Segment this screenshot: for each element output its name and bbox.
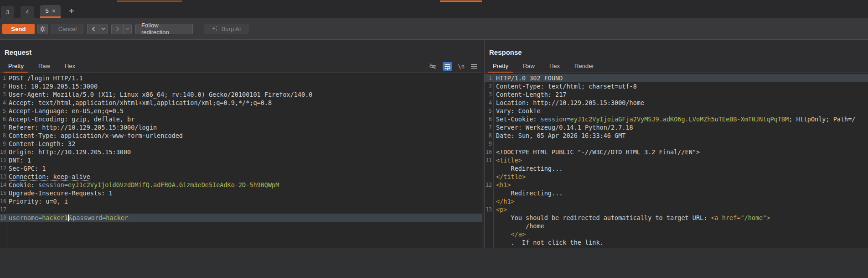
code-line[interactable]: 12Sec-GPC: 1 bbox=[0, 164, 482, 173]
code-line[interactable]: 11<title> bbox=[485, 156, 868, 164]
code-line[interactable]: 12<h1> bbox=[485, 181, 868, 189]
code-line[interactable]: 9Content-Length: 32 bbox=[0, 140, 482, 148]
hide-nonprintable-icon[interactable] bbox=[429, 63, 437, 70]
token: DNT: 1 bbox=[9, 157, 31, 164]
code-line[interactable]: You should be redirected automatically t… bbox=[485, 214, 868, 222]
code-line[interactable]: 6Set-Cookie: session=eyJ1c2VyIjoiaGFja2V… bbox=[485, 115, 868, 123]
req-view-tab-hex[interactable]: Hex bbox=[60, 63, 80, 72]
code-line[interactable]: </h1> bbox=[485, 197, 868, 205]
code-line[interactable]: 7Referer: http://10.129.205.15:3000/logi… bbox=[0, 123, 482, 131]
code-line[interactable]: 16Priority: u=0, i bbox=[0, 197, 482, 205]
response-panel-title: Response bbox=[485, 40, 868, 61]
token: Priority: u=0, i bbox=[9, 198, 68, 205]
token: Accept-Encoding: gzip, deflate, br bbox=[9, 115, 134, 123]
repeater-tab-3[interactable]: 3 bbox=[1, 6, 14, 18]
close-icon[interactable]: × bbox=[52, 9, 56, 13]
token: User-Agent: Mozilla/5.0 (X11; Linux x86_… bbox=[9, 91, 312, 98]
line-number: 18 bbox=[0, 214, 6, 222]
res-view-tab-render[interactable]: Render bbox=[570, 63, 599, 72]
token: Set-Cookie: bbox=[496, 115, 541, 123]
forward-button-group bbox=[111, 24, 132, 34]
req-view-tab-pretty[interactable]: Pretty bbox=[4, 63, 28, 72]
res-view-tab-raw[interactable]: Raw bbox=[518, 63, 539, 72]
line-number: 13 bbox=[485, 205, 493, 214]
forward-history-dropdown[interactable] bbox=[123, 24, 131, 34]
send-button[interactable]: Send bbox=[2, 24, 35, 34]
code-line[interactable]: 8Date: Sun, 05 Apr 2026 16:33:46 GMT bbox=[485, 131, 868, 140]
code-line[interactable]: </title> bbox=[485, 173, 868, 181]
code-line[interactable]: 10<!DOCTYPE HTML PUBLIC "-//W3C//DTD HTM… bbox=[485, 148, 868, 156]
token: eyJ1c2VyIjoidGVzdDMifQ.adFROA.Gizm3eDe5I… bbox=[68, 181, 279, 189]
clipped-main-tab-bar bbox=[0, 0, 868, 3]
code-text: Content-Length: 217 bbox=[493, 90, 566, 99]
token: Content-Type: application/x-www-form-url… bbox=[9, 132, 183, 139]
burp-ai-button[interactable]: Burp AI bbox=[204, 24, 248, 34]
back-button[interactable] bbox=[88, 24, 99, 34]
token: POST /login HTTP/1.1 bbox=[9, 74, 83, 82]
code-line[interactable]: 7Server: Werkzeug/0.14.1 Python/2.7.18 bbox=[485, 123, 868, 131]
request-editor[interactable]: 1POST /login HTTP/1.12Host: 10.129.205.1… bbox=[0, 73, 482, 248]
code-line[interactable]: /home bbox=[485, 222, 868, 230]
line-number: 13 bbox=[0, 173, 6, 181]
code-line[interactable]: 3User-Agent: Mozilla/5.0 (X11; Linux x86… bbox=[0, 90, 482, 99]
res-view-tab-pretty[interactable]: Pretty bbox=[488, 63, 513, 72]
res-view-tab-hex[interactable]: Hex bbox=[545, 63, 564, 72]
repeater-tab-4[interactable]: 4 bbox=[21, 6, 34, 18]
token: Upgrade-Insecure-Requests: 1 bbox=[9, 189, 113, 197]
code-text: Redirecting... bbox=[493, 164, 563, 173]
code-line[interactable]: 11DNT: 1 bbox=[0, 156, 482, 164]
repeater-tab-5[interactable]: 5× bbox=[40, 5, 60, 18]
code-line[interactable]: 4Location: http://10.129.205.15:3000/hom… bbox=[485, 99, 868, 107]
code-text: /home bbox=[493, 222, 544, 230]
cancel-button[interactable]: Cancel bbox=[52, 24, 83, 34]
code-line[interactable]: 6Accept-Encoding: gzip, deflate, br bbox=[0, 115, 482, 123]
code-line[interactable]: 13<p> bbox=[485, 205, 868, 214]
code-line[interactable]: Redirecting... bbox=[485, 164, 868, 173]
code-line[interactable]: 3Content-Length: 217 bbox=[485, 90, 868, 99]
code-line[interactable]: . If not click the link. bbox=[485, 238, 868, 247]
follow-redirection-button[interactable]: Follow redirection bbox=[135, 24, 193, 34]
code-line[interactable]: 1HTTP/1.0 302 FOUND bbox=[485, 74, 868, 82]
line-number: 4 bbox=[485, 99, 493, 107]
line-number: 8 bbox=[485, 131, 493, 140]
gear-icon[interactable] bbox=[37, 24, 48, 34]
code-line[interactable]: 9 bbox=[485, 140, 868, 148]
code-line[interactable]: 1POST /login HTTP/1.1 bbox=[0, 74, 482, 82]
line-number: 7 bbox=[485, 123, 493, 131]
code-line[interactable]: </a> bbox=[485, 230, 868, 238]
code-line[interactable]: 14Cookie: session=eyJ1c2VyIjoidGVzdDMifQ… bbox=[0, 181, 482, 189]
line-number: 11 bbox=[485, 156, 493, 164]
code-line[interactable]: 5Vary: Cookie bbox=[485, 107, 868, 115]
line-number bbox=[485, 173, 493, 181]
soft-wrap-icon[interactable] bbox=[443, 62, 452, 71]
line-number: 10 bbox=[485, 148, 493, 156]
line-number: 12 bbox=[0, 164, 6, 173]
code-line[interactable]: 8Content-Type: application/x-www-form-ur… bbox=[0, 131, 482, 140]
code-line[interactable]: 17 bbox=[0, 205, 482, 214]
token: Connection: keep-alive bbox=[9, 173, 90, 181]
token: You should be redirected automatically t… bbox=[496, 214, 711, 221]
new-tab-button[interactable]: + bbox=[67, 6, 76, 16]
line-number: 7 bbox=[0, 123, 6, 131]
line-number: 5 bbox=[0, 107, 6, 115]
code-line[interactable]: 15Upgrade-Insecure-Requests: 1 bbox=[0, 189, 482, 197]
show-newlines-icon[interactable]: \n bbox=[458, 63, 465, 70]
code-line[interactable]: 18username=hacker1&password=hacker bbox=[0, 214, 482, 222]
code-line[interactable]: 2Content-Type: text/html; charset=utf-8 bbox=[485, 82, 868, 90]
code-line[interactable]: 2Host: 10.129.205.15:3000 bbox=[0, 82, 482, 90]
code-line[interactable]: 13Connection: keep-alive bbox=[0, 173, 482, 181]
req-view-tab-raw[interactable]: Raw bbox=[34, 63, 55, 72]
code-text: Cookie: session=eyJ1c2VyIjoidGVzdDMifQ.a… bbox=[6, 181, 279, 189]
code-line[interactable]: 4Accept: text/html,application/xhtml+xml… bbox=[0, 99, 482, 107]
response-editor[interactable]: 1HTTP/1.0 302 FOUND2Content-Type: text/h… bbox=[485, 73, 868, 248]
code-line[interactable]: Redirecting... bbox=[485, 189, 868, 197]
editor-menu-icon[interactable] bbox=[470, 64, 477, 69]
code-line[interactable]: 10Origin: http://10.129.205.15:3000 bbox=[0, 148, 482, 156]
token: Server: Werkzeug/0.14.1 Python/2.7.18 bbox=[496, 124, 633, 131]
forward-button[interactable] bbox=[112, 24, 123, 34]
token: Date: Sun, 05 Apr 2026 16:33:46 GMT bbox=[496, 132, 625, 139]
back-history-dropdown[interactable] bbox=[99, 24, 107, 34]
code-line[interactable]: 5Accept-Language: en-US,en;q=0.5 bbox=[0, 107, 482, 115]
repeater-toolbar: Send Cancel Follow redirection bbox=[0, 18, 868, 39]
token: <a href= bbox=[711, 214, 740, 221]
